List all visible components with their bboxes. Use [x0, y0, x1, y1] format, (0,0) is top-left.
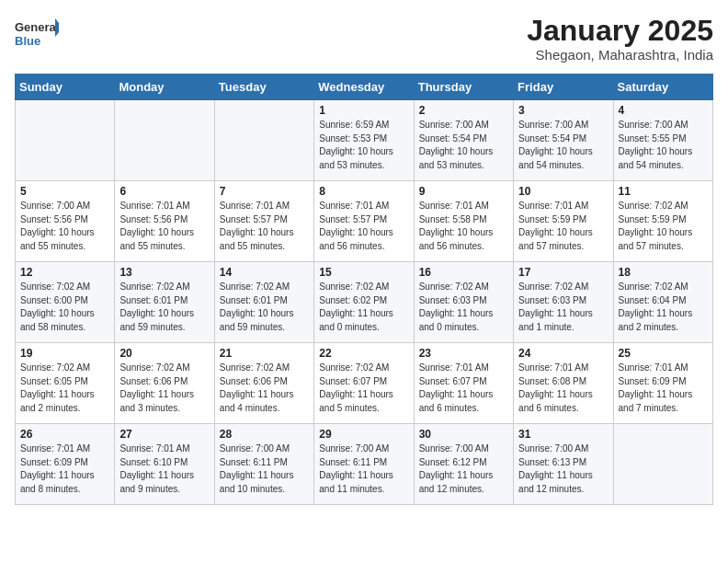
day-number: 6: [119, 185, 209, 198]
calendar-table: SundayMondayTuesdayWednesdayThursdayFrid…: [15, 74, 713, 505]
day-number: 21: [220, 347, 309, 360]
day-info: Sunrise: 7:02 AM Sunset: 6:03 PM Dayligh…: [419, 281, 508, 334]
day-number: 17: [518, 266, 608, 279]
table-row: 3Sunrise: 7:00 AM Sunset: 5:54 PM Daylig…: [514, 100, 613, 181]
table-row: [613, 424, 712, 505]
table-row: 25Sunrise: 7:01 AM Sunset: 6:09 PM Dayli…: [613, 343, 712, 424]
day-header-friday: Friday: [514, 75, 613, 100]
day-info: Sunrise: 7:00 AM Sunset: 6:11 PM Dayligh…: [319, 442, 408, 496]
title-block: January 2025 Shegaon, Maharashtra, India: [527, 15, 713, 63]
day-number: 9: [419, 185, 508, 198]
table-row: 28Sunrise: 7:00 AM Sunset: 6:11 PM Dayli…: [214, 424, 313, 505]
day-info: Sunrise: 7:00 AM Sunset: 6:11 PM Dayligh…: [220, 442, 309, 496]
day-number: 2: [419, 104, 508, 117]
location: Shegaon, Maharashtra, India: [527, 47, 713, 63]
table-row: 16Sunrise: 7:02 AM Sunset: 6:03 PM Dayli…: [414, 262, 513, 343]
day-number: 10: [518, 185, 608, 198]
table-row: 31Sunrise: 7:00 AM Sunset: 6:13 PM Dayli…: [514, 424, 613, 505]
day-info: Sunrise: 7:02 AM Sunset: 5:59 PM Dayligh…: [619, 200, 708, 253]
day-number: 13: [119, 266, 209, 279]
day-number: 28: [220, 428, 309, 441]
table-row: [115, 100, 214, 181]
table-row: 30Sunrise: 7:00 AM Sunset: 6:12 PM Dayli…: [414, 424, 513, 505]
table-row: 12Sunrise: 7:02 AM Sunset: 6:00 PM Dayli…: [16, 262, 115, 343]
day-number: 18: [619, 266, 708, 279]
table-row: 11Sunrise: 7:02 AM Sunset: 5:59 PM Dayli…: [613, 181, 712, 262]
day-number: 7: [220, 185, 309, 198]
header: General Blue January 2025 Shegaon, Mahar…: [15, 15, 713, 63]
day-info: Sunrise: 7:00 AM Sunset: 5:56 PM Dayligh…: [20, 200, 109, 253]
day-number: 20: [119, 347, 209, 360]
day-number: 26: [20, 428, 109, 441]
day-info: Sunrise: 7:02 AM Sunset: 6:06 PM Dayligh…: [119, 362, 209, 415]
day-info: Sunrise: 7:00 AM Sunset: 6:12 PM Dayligh…: [419, 442, 508, 496]
table-row: 23Sunrise: 7:01 AM Sunset: 6:07 PM Dayli…: [414, 343, 513, 424]
table-row: 6Sunrise: 7:01 AM Sunset: 5:56 PM Daylig…: [115, 181, 214, 262]
day-info: Sunrise: 7:02 AM Sunset: 6:00 PM Dayligh…: [20, 281, 109, 334]
table-row: 29Sunrise: 7:00 AM Sunset: 6:11 PM Dayli…: [314, 424, 414, 505]
day-info: Sunrise: 7:00 AM Sunset: 5:54 PM Dayligh…: [518, 119, 608, 172]
day-number: 15: [319, 266, 408, 279]
day-number: 19: [20, 347, 109, 360]
table-row: 15Sunrise: 7:02 AM Sunset: 6:02 PM Dayli…: [314, 262, 414, 343]
table-row: 18Sunrise: 7:02 AM Sunset: 6:04 PM Dayli…: [613, 262, 712, 343]
day-number: 5: [20, 185, 109, 198]
day-info: Sunrise: 7:01 AM Sunset: 5:59 PM Dayligh…: [518, 200, 608, 253]
table-row: 2Sunrise: 7:00 AM Sunset: 5:54 PM Daylig…: [414, 100, 513, 181]
day-number: 16: [419, 266, 508, 279]
table-row: 21Sunrise: 7:02 AM Sunset: 6:06 PM Dayli…: [214, 343, 313, 424]
day-info: Sunrise: 7:02 AM Sunset: 6:04 PM Dayligh…: [619, 281, 708, 334]
day-number: 27: [119, 428, 209, 441]
day-info: Sunrise: 7:01 AM Sunset: 5:57 PM Dayligh…: [220, 200, 309, 253]
table-row: 7Sunrise: 7:01 AM Sunset: 5:57 PM Daylig…: [214, 181, 313, 262]
day-info: Sunrise: 7:01 AM Sunset: 5:58 PM Dayligh…: [419, 200, 508, 253]
table-row: 4Sunrise: 7:00 AM Sunset: 5:55 PM Daylig…: [613, 100, 712, 181]
table-row: 9Sunrise: 7:01 AM Sunset: 5:58 PM Daylig…: [414, 181, 513, 262]
day-info: Sunrise: 7:02 AM Sunset: 6:03 PM Dayligh…: [518, 281, 608, 334]
logo-svg: General Blue: [15, 15, 59, 53]
day-info: Sunrise: 7:01 AM Sunset: 5:56 PM Dayligh…: [119, 200, 209, 253]
day-number: 4: [619, 104, 708, 117]
table-row: 19Sunrise: 7:02 AM Sunset: 6:05 PM Dayli…: [16, 343, 115, 424]
day-info: Sunrise: 7:01 AM Sunset: 6:09 PM Dayligh…: [20, 442, 109, 496]
day-info: Sunrise: 7:02 AM Sunset: 6:07 PM Dayligh…: [319, 362, 408, 415]
table-row: 22Sunrise: 7:02 AM Sunset: 6:07 PM Dayli…: [314, 343, 414, 424]
day-number: 29: [319, 428, 408, 441]
day-number: 30: [419, 428, 508, 441]
day-info: Sunrise: 7:02 AM Sunset: 6:01 PM Dayligh…: [220, 281, 309, 334]
table-row: 13Sunrise: 7:02 AM Sunset: 6:01 PM Dayli…: [115, 262, 214, 343]
month-title: January 2025: [527, 15, 713, 47]
day-info: Sunrise: 7:00 AM Sunset: 5:54 PM Dayligh…: [419, 119, 508, 172]
table-row: 26Sunrise: 7:01 AM Sunset: 6:09 PM Dayli…: [16, 424, 115, 505]
day-number: 23: [419, 347, 508, 360]
day-info: Sunrise: 7:02 AM Sunset: 6:06 PM Dayligh…: [220, 362, 309, 415]
day-info: Sunrise: 7:00 AM Sunset: 5:55 PM Dayligh…: [619, 119, 708, 172]
day-number: 1: [319, 104, 408, 117]
day-number: 25: [619, 347, 708, 360]
day-header-sunday: Sunday: [16, 75, 115, 100]
day-number: 3: [518, 104, 608, 117]
table-row: 24Sunrise: 7:01 AM Sunset: 6:08 PM Dayli…: [514, 343, 613, 424]
day-info: Sunrise: 7:02 AM Sunset: 6:02 PM Dayligh…: [319, 281, 408, 334]
day-number: 11: [619, 185, 708, 198]
day-info: Sunrise: 7:02 AM Sunset: 6:05 PM Dayligh…: [20, 362, 109, 415]
day-header-monday: Monday: [115, 75, 214, 100]
day-info: Sunrise: 7:01 AM Sunset: 6:07 PM Dayligh…: [419, 362, 508, 415]
table-row: 5Sunrise: 7:00 AM Sunset: 5:56 PM Daylig…: [16, 181, 115, 262]
day-info: Sunrise: 7:01 AM Sunset: 6:08 PM Dayligh…: [518, 362, 608, 415]
svg-text:Blue: Blue: [15, 34, 40, 48]
table-row: [16, 100, 115, 181]
day-header-wednesday: Wednesday: [314, 75, 414, 100]
table-row: 1Sunrise: 6:59 AM Sunset: 5:53 PM Daylig…: [314, 100, 414, 181]
day-header-tuesday: Tuesday: [214, 75, 313, 100]
table-row: 14Sunrise: 7:02 AM Sunset: 6:01 PM Dayli…: [214, 262, 313, 343]
svg-text:General: General: [15, 20, 59, 34]
table-row: [214, 100, 313, 181]
day-info: Sunrise: 6:59 AM Sunset: 5:53 PM Dayligh…: [319, 119, 408, 172]
day-number: 14: [220, 266, 309, 279]
day-header-saturday: Saturday: [613, 75, 712, 100]
day-header-thursday: Thursday: [414, 75, 513, 100]
day-number: 22: [319, 347, 408, 360]
day-number: 12: [20, 266, 109, 279]
table-row: 8Sunrise: 7:01 AM Sunset: 5:57 PM Daylig…: [314, 181, 414, 262]
